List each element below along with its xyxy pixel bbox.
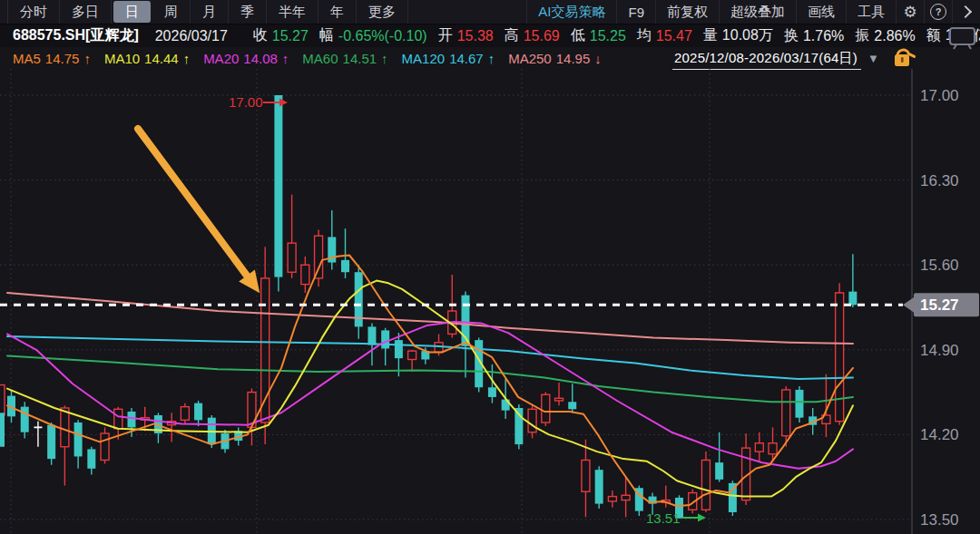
ma5-label: MA5: [13, 51, 41, 66]
svg-text:17.00: 17.00: [229, 94, 263, 110]
drawn-arrow-annotation: [138, 129, 260, 293]
ma120-trend-arrow-icon: ↑: [488, 51, 495, 66]
candles: [7, 95, 857, 519]
range-dropdown-triangle-icon[interactable]: ▼: [867, 52, 879, 65]
high-value: 15.69: [524, 28, 560, 44]
tools-button[interactable]: 工具: [846, 0, 896, 24]
tab-more[interactable]: 更多: [357, 0, 408, 24]
ma60-readout: MA60 14.51 ↑: [302, 51, 387, 66]
ma60-trend-arrow-icon: ↑: [381, 51, 388, 66]
tab-daily[interactable]: 日: [113, 1, 151, 23]
ma-line-MA5: [7, 256, 853, 507]
ma250-value: 14.95: [556, 51, 591, 66]
amplitude-label: 振: [855, 26, 869, 45]
tab-minute[interactable]: 分时: [8, 0, 60, 24]
ma5-value: 14.75: [45, 51, 80, 66]
super-overlay-button[interactable]: 超级叠加: [719, 0, 796, 24]
ma10-trend-arrow-icon: ↑: [183, 51, 191, 66]
ma10-value: 14.44: [144, 51, 179, 66]
ma10-label: MA10: [104, 51, 140, 66]
volume-value: 10.08万: [722, 26, 773, 45]
tab-quarterly[interactable]: 季: [229, 0, 267, 24]
open-value: 15.38: [457, 28, 494, 44]
quote-bar: 688575.SH[亚辉龙] 2026/03/17 收 15.27 幅 -0.6…: [0, 24, 980, 47]
draw-line-button[interactable]: 画线: [796, 0, 846, 24]
ma10-readout: MA10 14.44 ↑: [104, 51, 190, 66]
clipped-candles: [0, 385, 5, 447]
ma120-value: 14.67: [449, 51, 484, 66]
high-label: 高: [505, 26, 519, 45]
monitor-icon[interactable]: [948, 26, 980, 50]
ma-line-MA10: [7, 281, 853, 497]
chevron-right-icon: [958, 5, 971, 18]
expand-right-button[interactable]: [952, 0, 980, 24]
period-low-marker: 13.51: [646, 510, 706, 526]
ma250-trend-arrow-icon: ↓: [594, 51, 602, 66]
help-button[interactable]: ?: [924, 0, 952, 24]
f9-button[interactable]: F9: [616, 0, 655, 24]
svg-text:13.50: 13.50: [920, 511, 959, 529]
tab-multiday[interactable]: 多日: [60, 0, 112, 24]
open-label: 开: [438, 26, 453, 45]
ma-line-MA60: [7, 356, 853, 403]
ma250-label: MA250: [508, 51, 552, 66]
change-label: 幅: [319, 26, 334, 45]
amplitude-value: 2.86%: [874, 28, 915, 44]
svg-text:17.00: 17.00: [920, 87, 959, 104]
avg-label: 均: [637, 26, 652, 45]
tab-monthly[interactable]: 月: [191, 0, 229, 24]
settings-button[interactable]: ⚙: [896, 0, 924, 24]
change-value: -0.65%(-0.10): [338, 28, 427, 44]
ma120-readout: MA120 14.67 ↑: [402, 51, 495, 66]
stock-chart-window: { "tab_bar": { "tabs": [ {"label": "分时",…: [0, 0, 980, 534]
gear-icon: ⚙: [903, 5, 916, 20]
svg-text:14.90: 14.90: [920, 342, 959, 359]
unlock-button[interactable]: [892, 45, 925, 69]
close-price-badge: 15.27: [903, 293, 979, 316]
ai-strategy-button[interactable]: AI交易策略: [526, 0, 616, 24]
ma-lines: [7, 256, 853, 507]
close-label: 收: [253, 26, 268, 45]
amount-label: 额: [926, 26, 941, 45]
turnover-label: 换: [784, 26, 799, 45]
ma20-trend-arrow-icon: ↑: [282, 51, 289, 66]
svg-text:14.20: 14.20: [920, 426, 959, 443]
ma-line-MA20: [7, 322, 853, 469]
ma20-value: 14.08: [243, 51, 278, 66]
forward-adjust-button[interactable]: 前复权: [655, 0, 719, 24]
ma5-readout: MA5 14.75 ↑: [13, 51, 91, 66]
low-value: 15.25: [590, 28, 626, 44]
tab-weekly[interactable]: 周: [152, 0, 191, 24]
ma60-label: MA60: [302, 51, 338, 66]
ma60-value: 14.51: [343, 51, 377, 66]
svg-text:15.27: 15.27: [920, 296, 959, 314]
ma5-trend-arrow-icon: ↑: [83, 51, 91, 66]
symbol-name[interactable]: 688575.SH[亚辉龙]: [13, 26, 139, 45]
help-icon: ?: [930, 4, 946, 20]
quote-date: 2026/03/17: [155, 28, 228, 44]
close-value: 15.27: [272, 28, 309, 44]
turnover-value: 1.76%: [803, 28, 844, 44]
date-range-selector[interactable]: 2025/12/08-2026/03/17(64日): [672, 50, 861, 70]
ma20-label: MA20: [203, 51, 239, 66]
ma120-label: MA120: [402, 51, 446, 66]
ma250-readout: MA250 14.95 ↓: [508, 51, 602, 66]
ma-line-MA250: [7, 293, 853, 344]
svg-text:16.30: 16.30: [920, 172, 959, 189]
low-label: 低: [571, 26, 585, 45]
candlestick-chart[interactable]: 17.0013.5117.0016.3015.6014.9014.2013.50…: [0, 69, 980, 534]
volume-label: 量: [703, 26, 718, 45]
tab-halfyear[interactable]: 半年: [267, 0, 318, 24]
tabbar-left-pad: [0, 0, 8, 24]
svg-text:15.60: 15.60: [920, 257, 959, 274]
svg-text:13.51: 13.51: [646, 510, 681, 526]
period-tab-bar: 分时 多日 日 周 月 季 半年 年 更多 AI交易策略 F9 前复权 超级叠加…: [0, 0, 980, 24]
tabbar-spacer: [408, 0, 526, 24]
avg-value: 15.47: [656, 28, 692, 44]
ma20-readout: MA20 14.08 ↑: [203, 51, 289, 66]
tab-yearly[interactable]: 年: [318, 0, 357, 24]
ma-line-MA120: [7, 336, 853, 379]
